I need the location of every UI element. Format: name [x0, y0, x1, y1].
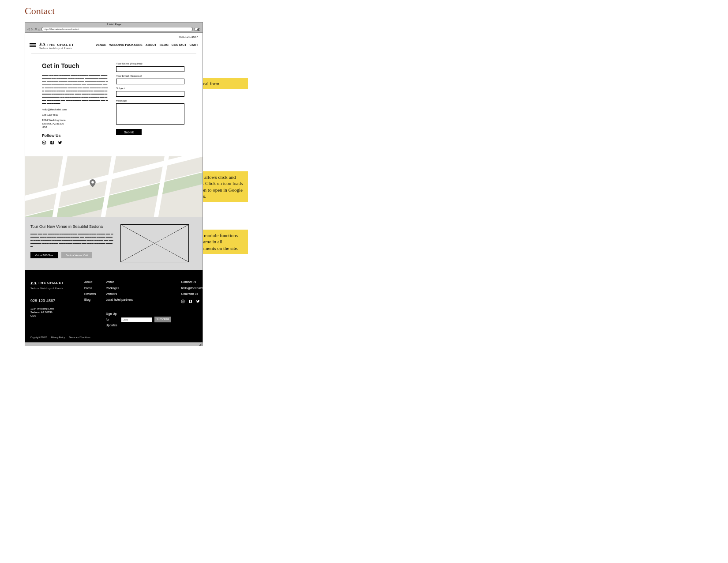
svg-point-2	[45, 142, 45, 142]
copyright: Copyright ©2020	[30, 336, 47, 339]
resize-grip-icon[interactable]	[25, 342, 203, 346]
footer-col-contact: Contact us hello@thechalet.com Chat with…	[181, 279, 210, 328]
nav-contact[interactable]: CONTACT	[172, 43, 187, 46]
footer-legal: Copyright ©2020 Privacy Policy Terms and…	[30, 336, 197, 339]
footer-link-press[interactable]: Press	[84, 285, 96, 291]
footer-link-vendors[interactable]: Vendors	[105, 291, 171, 297]
nav-cart[interactable]: CART	[190, 43, 198, 46]
browser-window-label: A Web Page	[25, 23, 203, 26]
footer-link-about[interactable]: About	[84, 279, 96, 285]
header-phone: 928-123-4567	[30, 35, 198, 38]
contact-email: hello@thechalet.com	[42, 108, 108, 111]
svg-point-5	[182, 301, 184, 302]
mountain-icon: ◭◮	[30, 279, 37, 287]
book-visit-button[interactable]: Book a Venue Visit	[61, 252, 92, 258]
twitter-icon[interactable]	[196, 299, 200, 303]
footer-email[interactable]: hello@thechalet.com	[181, 285, 210, 291]
main-nav: VENUE WEDDING PACKAGES ABOUT BLOG CONTAC…	[96, 43, 198, 46]
nav-venue[interactable]: VENUE	[96, 43, 106, 46]
footer-link-reviews[interactable]: Reviews	[84, 291, 96, 297]
wireframe-browser-frame: A Web Page ◁ ▷ ✕ ⌂ https://thechaletsedo…	[25, 22, 203, 346]
subscribe-button[interactable]: SUBSCRIBE	[154, 317, 172, 323]
contact-address: 1234 Wedding Lane Sedona, AZ 86336 USA	[42, 119, 108, 129]
footer-logo[interactable]: ◭◮ THE CHALET	[30, 279, 75, 287]
subject-field[interactable]	[116, 91, 184, 97]
site-footer: ◭◮ THE CHALET Sedona Weddings & Events 9…	[25, 270, 203, 342]
footer-social	[181, 299, 210, 303]
contact-form: Your Name (Required) Your Email (Require…	[116, 62, 195, 145]
tour-module: Tour Our New Venue in Beautiful Sedona ▬…	[25, 217, 203, 270]
map[interactable]	[25, 156, 203, 217]
tour-heading: Tour Our New Venue in Beautiful Sedona	[30, 224, 114, 229]
footer-link-packages[interactable]: Packages	[105, 285, 171, 291]
name-label: Your Name (Required)	[116, 62, 195, 65]
site-header: 928-123-4567 ◭◮ THE CHALET Sedona Weddin…	[25, 33, 203, 51]
footer-link-hotels[interactable]: Local hotel partners	[105, 297, 171, 302]
stop-icon[interactable]: ✕	[34, 27, 37, 31]
footer-link-blog[interactable]: Blog	[84, 297, 96, 302]
addr-line: USA	[30, 314, 75, 318]
body-copy-placeholder: ▬▬▬ ▬▬ ▬▬ ▬▬▬▬▬ ▬▬▬▬▬▬▬▬ ▬▬▬▬▬ ▬▬▬ ▬▬▬▬ …	[42, 74, 108, 105]
twitter-icon[interactable]	[58, 140, 62, 145]
instagram-icon[interactable]	[181, 299, 185, 303]
addr-line: Sedona, AZ 86336	[30, 311, 75, 314]
email-label: Your Email (Required)	[116, 75, 195, 77]
contact-section: Get in Touch ▬▬▬ ▬▬ ▬▬ ▬▬▬▬▬ ▬▬▬▬▬▬▬▬ ▬▬…	[25, 53, 203, 156]
addr-line: Sedona, AZ 86336	[42, 122, 108, 126]
facebook-icon[interactable]	[50, 140, 54, 145]
virtual-tour-button[interactable]: Virtual 360 Tour	[30, 252, 58, 258]
email-field[interactable]	[116, 79, 184, 84]
page-title: Contact	[25, 5, 55, 17]
subject-label: Subject	[116, 87, 195, 90]
footer-address: 1234 Wedding Lane Sedona, AZ 86336 USA	[30, 307, 75, 317]
footer-col-offerings: Venue Packages Vendors Local hotel partn…	[105, 279, 171, 328]
logo-text-bottom: CHALET	[57, 43, 74, 47]
nav-packages[interactable]: WEDDING PACKAGES	[109, 43, 143, 46]
footer-logo-sub: Sedona Weddings & Events	[30, 287, 75, 291]
svg-point-1	[43, 142, 45, 144]
addr-line: 1234 Wedding Lane	[42, 119, 108, 122]
browser-chrome: A Web Page ◁ ▷ ✕ ⌂ https://thechaletsedo…	[25, 23, 203, 33]
footer-col-company: About Press Reviews Blog	[84, 279, 96, 328]
footer-link-venue[interactable]: Venue	[105, 279, 171, 285]
nav-about[interactable]: ABOUT	[146, 43, 157, 46]
contact-phone: 928-123-4567	[42, 113, 108, 116]
tour-copy-placeholder: ▬▬▬ ▬▬ ▬▬ ▬▬▬▬▬ ▬▬▬▬▬▬▬▬ ▬▬▬▬▬ ▬▬▬ ▬▬▬▬ …	[30, 232, 114, 248]
footer-phone: 928-123-4567	[30, 297, 75, 305]
message-label: Message	[116, 99, 195, 102]
image-placeholder	[120, 224, 189, 262]
instagram-icon[interactable]	[42, 140, 46, 145]
logo-text-top: THE	[47, 43, 55, 47]
signup-email-field[interactable]	[121, 317, 152, 322]
home-icon[interactable]: ⌂	[38, 28, 40, 31]
logo[interactable]: ◭◮ THE CHALET Sedona Weddings & Events	[39, 40, 74, 49]
contact-heading: Get in Touch	[42, 62, 108, 69]
facebook-icon[interactable]	[188, 299, 192, 303]
message-field[interactable]	[116, 103, 184, 125]
mountain-icon: ◭◮	[39, 42, 45, 46]
follow-heading: Follow Us	[42, 133, 108, 138]
svg-point-6	[184, 300, 184, 301]
name-field[interactable]	[116, 66, 184, 72]
addr-line: 1234 Wedding Lane	[30, 307, 75, 311]
social-row	[42, 140, 108, 145]
hamburger-icon[interactable]	[30, 43, 36, 47]
addr-line: USA	[42, 126, 108, 129]
privacy-link[interactable]: Privacy Policy	[51, 336, 65, 339]
terms-link[interactable]: Terms and Conditions	[69, 336, 90, 339]
footer-contact-heading: Contact us	[181, 279, 210, 285]
back-icon[interactable]: ◁	[27, 27, 30, 31]
logo-subtitle: Sedona Weddings & Events	[39, 47, 74, 49]
submit-button[interactable]: Submit	[116, 129, 142, 135]
browser-toggle[interactable]	[194, 28, 200, 31]
map-pin-icon[interactable]	[90, 179, 96, 189]
forward-icon[interactable]: ▷	[31, 27, 33, 31]
nav-blog[interactable]: BLOG	[160, 43, 169, 46]
footer-chat[interactable]: Chat with us	[181, 291, 210, 297]
signup-label: Sign Up for Updates	[105, 311, 118, 329]
footer-logo-top: THE	[38, 281, 46, 285]
url-bar[interactable]: https://thechaletsedona.com/contact	[41, 27, 193, 31]
footer-logo-bottom: CHALET	[47, 281, 64, 285]
